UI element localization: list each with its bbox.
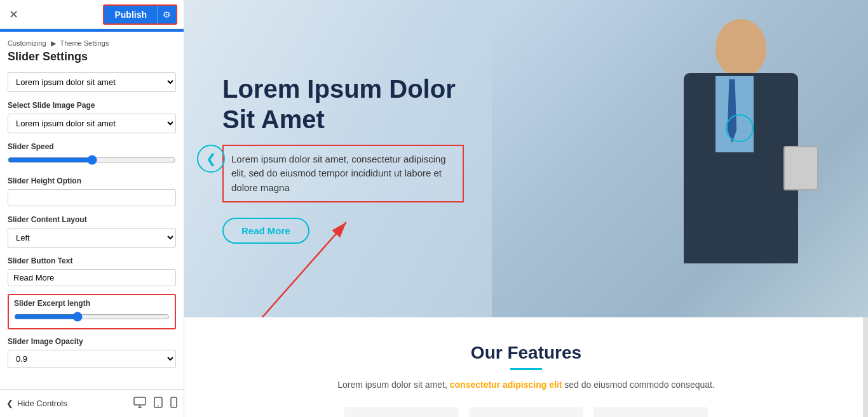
- tablet-icon-button[interactable]: [154, 397, 163, 411]
- bottom-bar: ❮ Hide Controls: [0, 389, 184, 417]
- publish-group: Publish ⚙: [103, 4, 177, 25]
- slide-image-page-dropdown[interactable]: Lorem ipsum dolor sit amet: [8, 114, 176, 133]
- gear-button[interactable]: ⚙: [157, 6, 176, 23]
- prev-arrow-button[interactable]: ❮: [197, 145, 225, 173]
- panel-title: Slider Settings: [8, 50, 176, 63]
- features-highlight1: consectetur adipiscing elit: [450, 380, 562, 390]
- hero-description: Lorem ipsum dolor sit amet, consectetur …: [222, 145, 464, 203]
- features-cards: [210, 407, 843, 417]
- excerpt-length-slider[interactable]: [14, 312, 170, 322]
- breadcrumb: Customizing ▶ Theme Settings: [8, 39, 176, 48]
- hero-content: Lorem Ipsum Dolor Sit Amet Lorem ipsum d…: [184, 74, 502, 244]
- publish-button[interactable]: Publish: [104, 6, 157, 23]
- button-text-input[interactable]: [8, 269, 176, 286]
- hero-title: Lorem Ipsum Dolor Sit Amet: [222, 74, 464, 135]
- breadcrumb-sep: ▶: [51, 39, 56, 47]
- content-layout-dropdown[interactable]: Left Center Right: [8, 228, 176, 248]
- slider-height-label: Slider Height Option: [8, 176, 176, 185]
- hero-slider: Lorem Ipsum Dolor Sit Amet Lorem ipsum d…: [184, 0, 868, 317]
- desktop-icon-button[interactable]: [133, 397, 146, 411]
- hero-read-more-button[interactable]: Read More: [222, 218, 309, 244]
- slide-image-page-label: Select Slide Image Page: [8, 101, 176, 110]
- image-opacity-section: Slider Image Opacity 0.9 0.8 1.0: [8, 337, 176, 368]
- top-bar: ✕ Publish ⚙: [0, 0, 184, 29]
- features-underline: [510, 368, 542, 370]
- hide-controls-button[interactable]: ❮ Hide Controls: [6, 399, 67, 408]
- slider-speed-input[interactable]: [8, 155, 176, 165]
- feature-card-3: [593, 407, 708, 417]
- person-head: [715, 19, 766, 76]
- next-circle-decoration: [726, 114, 754, 142]
- hero-person-area: [492, 0, 868, 317]
- content-layout-label: Slider Content Layout: [8, 215, 176, 224]
- features-section: Our Features Lorem ipsum dolor sit amet,…: [184, 317, 868, 417]
- feature-card-1: [344, 407, 459, 417]
- left-panel: ✕ Publish ⚙ Customizing ▶ Theme Settings…: [0, 0, 184, 417]
- close-button[interactable]: ✕: [6, 8, 21, 22]
- excerpt-length-section: Slider Excerpt length: [8, 294, 176, 329]
- button-text-label: Slider Button Text: [8, 256, 176, 265]
- svg-point-4: [173, 405, 175, 406]
- features-title: Our Features: [210, 343, 843, 363]
- breadcrumb-root: Customizing: [8, 39, 46, 47]
- breadcrumb-section: Theme Settings: [60, 39, 109, 47]
- slider-height-input[interactable]: [8, 189, 176, 206]
- slide-select-dropdown[interactable]: Lorem ipsum dolor sit amet: [8, 72, 176, 92]
- slider-speed-label: Slider Speed: [8, 142, 176, 151]
- person-tablet: [783, 146, 818, 190]
- preview-area: Lorem Ipsum Dolor Sit Amet Lorem ipsum d…: [184, 0, 868, 417]
- slider-speed-section: Slider Speed: [8, 142, 176, 168]
- device-icons-group: [133, 397, 177, 411]
- svg-point-2: [158, 405, 159, 406]
- excerpt-length-label: Slider Excerpt length: [14, 299, 170, 308]
- panel-content: Customizing ▶ Theme Settings Slider Sett…: [0, 32, 184, 389]
- image-opacity-select[interactable]: 0.9 0.8 1.0: [8, 350, 176, 368]
- features-description: Lorem ipsum dolor sit amet, consectetur …: [304, 378, 749, 392]
- mobile-icon-button[interactable]: [170, 397, 177, 411]
- left-arrow-icon: ❮: [6, 399, 13, 408]
- feature-card-2: [469, 407, 583, 417]
- image-opacity-label: Slider Image Opacity: [8, 337, 176, 346]
- hide-controls-label: Hide Controls: [17, 399, 67, 408]
- svg-rect-0: [134, 397, 146, 405]
